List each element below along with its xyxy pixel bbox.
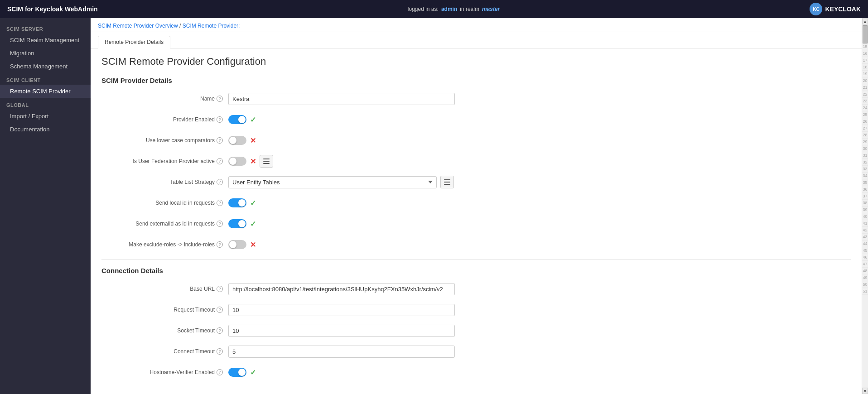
line-number: 18: [862, 64, 868, 71]
send-local-id-toggle-wrapper: ✓: [228, 198, 455, 207]
make-exclude-info-icon[interactable]: ?: [217, 241, 223, 248]
socket-timeout-control: [228, 325, 455, 337]
table-list-strategy-info-icon[interactable]: ?: [217, 179, 223, 185]
make-exclude-control: ✕: [228, 240, 455, 249]
request-timeout-input[interactable]: [228, 304, 455, 316]
line-number: 32: [862, 159, 868, 166]
breadcrumb-current-link[interactable]: SCIM Remote Provider:: [183, 23, 240, 29]
realm-name[interactable]: master: [482, 6, 500, 12]
user-federation-control: ✕: [228, 155, 455, 168]
name-input[interactable]: [228, 93, 455, 105]
keycloak-logo-area: KC KEYCLOAK: [810, 3, 861, 15]
line-number: 15: [862, 43, 868, 50]
send-external-id-check: ✓: [250, 220, 256, 228]
make-exclude-label: Make exclude-roles -> include-roles ?: [101, 241, 228, 248]
connect-timeout-input[interactable]: [228, 346, 455, 358]
line-number: 38: [862, 200, 868, 207]
line-number: 40: [862, 213, 868, 220]
send-local-id-control: ✓: [228, 198, 455, 207]
send-local-id-toggle[interactable]: [228, 198, 246, 207]
admin-user-link[interactable]: admin: [441, 6, 457, 12]
user-federation-toggle-thumb: [229, 158, 236, 165]
send-external-id-toggle-wrapper: ✓: [228, 219, 455, 228]
name-info-icon[interactable]: ?: [217, 96, 223, 102]
base-url-info-icon[interactable]: ?: [217, 286, 223, 292]
socket-timeout-label: Socket Timeout ?: [101, 327, 228, 334]
table-list-strategy-label: Table List Strategy ?: [101, 179, 228, 185]
lower-case-toggle[interactable]: [228, 136, 246, 145]
provider-enabled-control: ✓: [228, 115, 455, 124]
base-url-row: Base URL ?: [101, 282, 851, 296]
make-exclude-toggle[interactable]: [228, 240, 246, 249]
socket-timeout-input[interactable]: [228, 325, 455, 337]
request-timeout-label: Request Timeout ?: [101, 307, 228, 313]
hostname-verifier-control: ✓: [228, 368, 455, 377]
sidebar-item-migration[interactable]: Migration: [0, 47, 91, 60]
table-list-strategy-select[interactable]: User Entity Tables Custom Strategy: [228, 176, 437, 188]
scrollbar-thumb[interactable]: [863, 25, 868, 43]
lower-case-control: ✕: [228, 136, 455, 145]
hostname-verifier-label: Hostname-Verifier Enabled ?: [101, 369, 228, 375]
scrollbar-right: ▲ 15161718192021222324252627282930313233…: [862, 18, 868, 394]
truststore-divider: [101, 387, 851, 387]
send-external-id-label: Send externalId as id in requests ?: [101, 221, 228, 227]
lower-case-row: Use lower case comparators ? ✕: [101, 133, 851, 148]
provider-enabled-check: ✓: [250, 115, 256, 124]
line-number: 25: [862, 111, 868, 118]
send-local-id-info-icon[interactable]: ?: [217, 200, 223, 206]
sidebar: SCIM Server SCIM Realm Management Migrat…: [0, 18, 91, 394]
send-local-id-label: Send local id in requests ?: [101, 200, 228, 206]
line-number: 51: [862, 288, 868, 295]
provider-enabled-info-icon[interactable]: ?: [217, 116, 223, 123]
send-external-id-control: ✓: [228, 219, 455, 228]
hostname-verifier-toggle[interactable]: [228, 368, 246, 377]
sidebar-section-scim-server: SCIM Server: [0, 22, 91, 34]
line-number: 33: [862, 166, 868, 173]
lower-case-info-icon[interactable]: ?: [217, 137, 223, 144]
make-exclude-cross: ✕: [250, 240, 256, 249]
name-row: Name ?: [101, 91, 851, 106]
line-number: 28: [862, 132, 868, 139]
socket-timeout-info-icon[interactable]: ?: [217, 327, 223, 334]
send-external-id-info-icon[interactable]: ?: [217, 221, 223, 227]
base-url-input[interactable]: [228, 283, 455, 295]
connect-timeout-control: [228, 346, 455, 358]
line-number: 30: [862, 145, 868, 152]
sidebar-item-documentation[interactable]: Documentation: [0, 123, 91, 136]
table-list-strategy-lines-button[interactable]: [440, 176, 454, 188]
tab-remote-provider-details[interactable]: Remote Provider Details: [98, 36, 170, 48]
line-number: 49: [862, 274, 868, 281]
line-number: 22: [862, 91, 868, 98]
breadcrumb-overview-link[interactable]: SCIM Remote Provider Overview: [98, 23, 178, 29]
scrollbar-down-arrow[interactable]: ▼: [862, 388, 868, 394]
line-number: 27: [862, 125, 868, 132]
send-local-id-row: Send local id in requests ? ✓: [101, 196, 851, 210]
page-title: SCIM Remote Provider Configuration: [101, 56, 851, 67]
user-federation-lines-button[interactable]: [260, 155, 273, 168]
user-federation-label: Is User Federation Provider active ?: [101, 158, 228, 164]
send-external-id-toggle[interactable]: [228, 219, 246, 228]
sidebar-item-import-export[interactable]: Import / Export: [0, 110, 91, 123]
sidebar-item-remote-scim-provider[interactable]: Remote SCIM Provider: [0, 85, 91, 98]
hostname-verifier-info-icon[interactable]: ?: [217, 369, 223, 375]
scrollbar-up-arrow[interactable]: ▲: [862, 18, 868, 24]
user-federation-toggle[interactable]: [228, 157, 246, 166]
keycloak-logo-icon: KC: [810, 3, 822, 15]
connect-timeout-info-icon[interactable]: ?: [217, 348, 223, 355]
hostname-verifier-row: Hostname-Verifier Enabled ? ✓: [101, 365, 851, 380]
sidebar-item-schema-management[interactable]: Schema Management: [0, 60, 91, 73]
tab-navigation: Remote Provider Details: [91, 32, 862, 48]
socket-timeout-row: Socket Timeout ?: [101, 323, 851, 338]
form-content: SCIM Remote Provider Configuration SCIM …: [91, 48, 862, 394]
line-number: 44: [862, 240, 868, 247]
request-timeout-info-icon[interactable]: ?: [217, 307, 223, 313]
line-number: 37: [862, 193, 868, 200]
provider-enabled-toggle[interactable]: [228, 115, 246, 124]
line-number: 26: [862, 118, 868, 125]
sidebar-item-realm-management[interactable]: SCIM Realm Management: [0, 34, 91, 47]
line-number: 48: [862, 268, 868, 274]
breadcrumb: SCIM Remote Provider Overview / SCIM Rem…: [91, 18, 862, 32]
user-federation-info-icon[interactable]: ?: [217, 158, 223, 164]
provider-enabled-label: Provider Enabled ?: [101, 116, 228, 123]
logged-in-label: logged in as:: [408, 6, 439, 12]
